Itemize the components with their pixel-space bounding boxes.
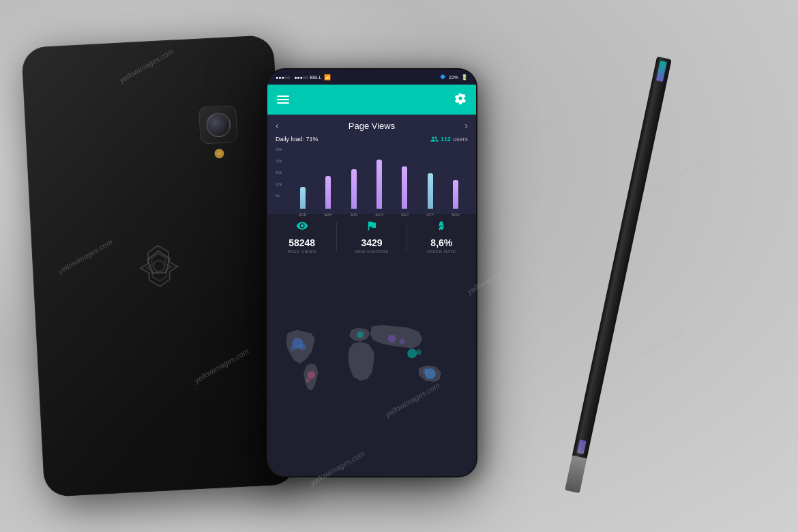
status-left: ●●●○○ ●●●○○ BELL 📶 [276, 74, 331, 80]
stylus-bottom-accent [577, 439, 587, 454]
carrier-name: ●●●○○ BELL [294, 75, 321, 80]
flag-icon [366, 220, 378, 235]
phone-front: ●●●○○ ●●●○○ BELL 📶 🔷 22% 🔋 [266, 68, 477, 477]
svg-point-9 [399, 339, 404, 344]
status-right: 🔷 22% 🔋 [440, 74, 468, 80]
chart-title: Page Views [279, 121, 465, 131]
next-arrow[interactable]: › [464, 120, 468, 131]
y-axis: 25k 20k 15k 10k 5k [276, 147, 282, 198]
stat-page-views: 58248 PAGE VIEWS [267, 220, 336, 254]
eye-icon [296, 220, 308, 235]
world-map [274, 262, 469, 472]
bar-nov: NOV [444, 180, 468, 209]
svg-point-10 [407, 349, 417, 358]
svg-point-4 [291, 345, 296, 351]
speed-value: 8,6% [430, 237, 452, 248]
bar-sep: SEP [393, 166, 417, 209]
bar-jun: JUN [342, 169, 366, 209]
svg-point-6 [306, 379, 310, 383]
phone-back [21, 35, 297, 497]
stat-speed: 8,6% SPEED RATE [407, 220, 476, 254]
bar-apr: APR [291, 187, 314, 209]
camera-lens [205, 112, 231, 138]
map-section [267, 258, 476, 476]
svg-point-8 [388, 335, 396, 343]
camera-module [198, 105, 239, 160]
speed-label: SPEED RATE [427, 250, 456, 254]
stats-row: 58248 PAGE VIEWS 3429 NEW VISITORS [267, 214, 476, 258]
svg-point-11 [416, 349, 422, 355]
svg-point-3 [299, 343, 306, 350]
signal-bars: ●●●○○ [276, 75, 290, 80]
chart-section: ‹ Page Views › Daily load: 71% 112 users… [267, 115, 476, 214]
users-count: 112 users [430, 135, 468, 143]
bar-jul: JULY [367, 160, 391, 209]
svg-point-5 [307, 371, 315, 379]
daily-load: Daily load: 71% [276, 136, 319, 143]
page-views-value: 58248 [289, 237, 315, 248]
bar-chart: 25k 20k 15k 10k 5k APR MAY [276, 147, 468, 209]
chart-stats-row: Daily load: 71% 112 users [276, 135, 468, 143]
settings-button[interactable] [454, 92, 467, 107]
stat-visitors: 3429 NEW VISITORS [337, 220, 406, 254]
battery-percentage: 22% [449, 75, 458, 80]
menu-button[interactable] [277, 95, 289, 104]
bar-may: MAY [316, 176, 340, 209]
svg-point-1 [153, 261, 165, 272]
visitors-value: 3429 [361, 237, 382, 248]
camera-flash [214, 149, 224, 159]
bluetooth-icon: 🔷 [440, 74, 446, 80]
visitors-label: NEW VISITORS [355, 250, 389, 254]
stylus-top-accent [656, 61, 667, 82]
chart-nav: ‹ Page Views › [276, 120, 468, 131]
rocket-icon [435, 220, 447, 235]
page-views-label: PAGE VIEWS [288, 250, 316, 254]
camera-main [198, 105, 238, 145]
app-header [267, 85, 476, 115]
bar-oct: OCT [418, 173, 442, 209]
svg-point-7 [357, 331, 364, 338]
phone-screen: ●●●○○ ●●●○○ BELL 📶 🔷 22% 🔋 [267, 70, 476, 476]
svg-point-13 [423, 368, 428, 374]
wifi-icon: 📶 [324, 74, 331, 80]
battery-icon: 🔋 [461, 74, 468, 80]
brand-logo [130, 237, 188, 295]
status-bar: ●●●○○ ●●●○○ BELL 📶 🔷 22% 🔋 [267, 70, 476, 85]
